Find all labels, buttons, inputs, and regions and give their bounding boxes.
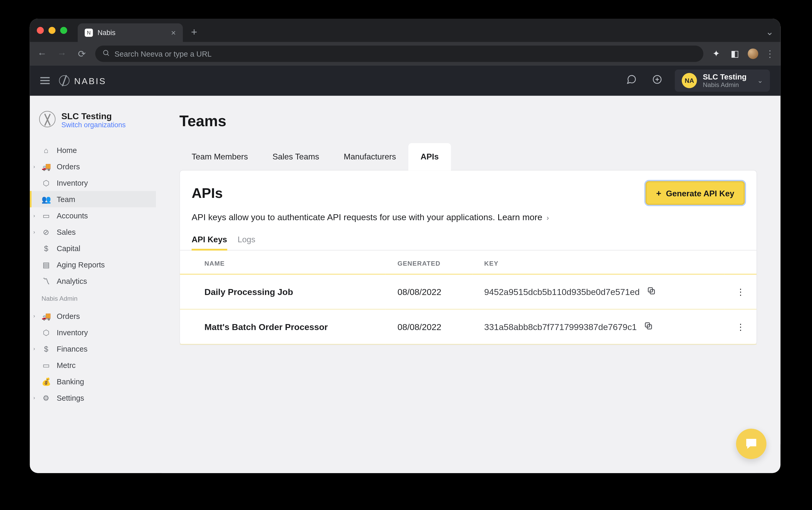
org-block: SLC Testing Switch organizations xyxy=(30,111,156,140)
side-panel-icon[interactable]: ◧ xyxy=(729,49,741,59)
tabs-overflow-icon[interactable]: ⌄ xyxy=(766,26,773,37)
page-tabs: Team MembersSales TeamsManufacturersAPIs xyxy=(179,143,757,170)
chevron-right-icon: › xyxy=(33,213,35,218)
omnibox[interactable]: Search Neeva or type a URL xyxy=(95,46,703,62)
nav-icon: ⬡ xyxy=(41,178,51,187)
nav-icon: $ xyxy=(41,344,51,353)
subtab-api-keys[interactable]: API Keys xyxy=(192,230,227,250)
nav-icon: 〽 xyxy=(41,276,51,286)
sidebar: SLC Testing Switch organizations ⌂Home›🚚… xyxy=(30,96,156,473)
row-menu-button[interactable]: ⋮ xyxy=(724,309,757,344)
nav-icon: ⌂ xyxy=(41,146,51,154)
sidebar-item-accounts[interactable]: ›▭Accounts xyxy=(30,208,156,224)
window-minimize-icon[interactable] xyxy=(49,27,56,34)
nav-icon: ▭ xyxy=(41,361,51,369)
table-row: Matt's Batch Order Processor08/08/202233… xyxy=(180,309,757,344)
nav-label: Sales xyxy=(57,228,76,236)
browser-toolbar: ← → ⟳ Search Neeva or type a URL ✦ ◧ ⋮ xyxy=(30,42,781,65)
sidebar-item-team[interactable]: 👥Team xyxy=(30,191,156,208)
sidebar-item-inventory[interactable]: ⬡Inventory xyxy=(30,324,156,340)
nav-label: Metrc xyxy=(57,361,76,369)
sidebar-item-capital[interactable]: $Capital xyxy=(30,240,156,257)
chevron-right-icon: › xyxy=(33,313,35,319)
omnibox-placeholder: Search Neeva or type a URL xyxy=(115,49,212,58)
browser-menu-icon[interactable]: ⋮ xyxy=(765,48,775,59)
brand-logo[interactable]: NABIS xyxy=(59,75,106,86)
sidebar-item-settings[interactable]: ›⚙Settings xyxy=(30,390,156,406)
cell-key: 331a58abb8cb7f7717999387de7679c1 xyxy=(472,309,724,344)
sidebar-item-home[interactable]: ⌂Home xyxy=(30,142,156,158)
chevron-right-icon: › xyxy=(33,229,35,235)
tab-apis[interactable]: APIs xyxy=(408,143,451,171)
row-menu-button[interactable]: ⋮ xyxy=(724,274,757,309)
nav-icon: ⊘ xyxy=(41,228,51,236)
generate-button-label: Generate API Key xyxy=(666,188,734,198)
nav-label: Orders xyxy=(57,311,80,321)
tab-close-icon[interactable]: × xyxy=(171,28,176,37)
nav-label: Orders xyxy=(57,162,80,171)
browser-tab[interactable]: N Nabis × xyxy=(78,23,183,42)
chevron-right-icon: › xyxy=(33,346,35,352)
extensions-icon[interactable]: ✦ xyxy=(710,49,722,59)
sidebar-item-banking[interactable]: 💰Banking xyxy=(30,373,156,390)
sidebar-item-sales[interactable]: ›⊘Sales xyxy=(30,224,156,240)
sidebar-item-orders[interactable]: ›🚚Orders xyxy=(30,308,156,324)
chevron-right-icon: › xyxy=(33,163,35,169)
panel-description-row: API keys allow you to authenticate API r… xyxy=(180,210,757,230)
account-switcher[interactable]: NA SLC Testing Nabis Admin ⌄ xyxy=(675,69,770,92)
nav-label: Team xyxy=(57,195,75,204)
browser-tabstrip: N Nabis × + ⌄ xyxy=(30,19,781,42)
panel-subtabs: API KeysLogs xyxy=(180,230,757,250)
browser-window: N Nabis × + ⌄ ← → ⟳ Search Neeva or type… xyxy=(30,19,781,473)
cell-key: 9452a9515dcb5b110d935be0d7e571ed xyxy=(472,274,724,309)
table-row: Daily Processing Job08/08/20229452a9515d… xyxy=(180,274,757,309)
plus-icon: + xyxy=(656,188,661,198)
generate-api-key-button[interactable]: + Generate API Key xyxy=(646,181,745,205)
chevron-down-icon: ⌄ xyxy=(757,77,763,85)
subtab-logs[interactable]: Logs xyxy=(238,230,255,250)
tab-team-members[interactable]: Team Members xyxy=(179,143,260,170)
menu-toggle-button[interactable] xyxy=(40,77,50,84)
nav-label: Home xyxy=(57,146,77,154)
svg-point-0 xyxy=(104,50,108,55)
sidebar-item-inventory[interactable]: ⬡Inventory xyxy=(30,175,156,191)
cell-name: Daily Processing Job xyxy=(180,274,386,309)
page-title: Teams xyxy=(179,112,757,130)
tab-manufacturers[interactable]: Manufacturers xyxy=(331,143,408,170)
nav-forward-button[interactable]: → xyxy=(56,49,68,59)
tab-sales-teams[interactable]: Sales Teams xyxy=(260,143,331,170)
nav-reload-button[interactable]: ⟳ xyxy=(75,48,88,59)
window-close-icon[interactable] xyxy=(37,27,44,34)
copy-icon[interactable] xyxy=(647,286,656,297)
window-controls[interactable] xyxy=(37,27,67,34)
learn-more-link[interactable]: Learn more › xyxy=(497,212,549,222)
account-role: Nabis Admin xyxy=(703,81,747,88)
profile-avatar-icon[interactable] xyxy=(748,49,758,59)
cell-generated: 08/08/2022 xyxy=(386,309,472,344)
sidebar-item-orders[interactable]: ›🚚Orders xyxy=(30,158,156,175)
svg-line-1 xyxy=(108,55,109,56)
nav-icon: ⬡ xyxy=(41,328,51,337)
api-keys-table: NAME GENERATED KEY Daily Processing Job0… xyxy=(180,250,757,344)
nav-icon: ⚙ xyxy=(41,393,51,402)
switch-org-link[interactable]: Switch organizations xyxy=(61,121,126,129)
chevron-right-icon: › xyxy=(545,214,549,222)
add-icon[interactable] xyxy=(649,74,666,87)
nav-back-button[interactable]: ← xyxy=(36,49,48,59)
col-key: KEY xyxy=(472,250,724,274)
sidebar-item-finances[interactable]: ›$Finances xyxy=(30,340,156,357)
sidebar-item-metrc[interactable]: ▭Metrc xyxy=(30,357,156,373)
chat-icon[interactable] xyxy=(624,74,640,87)
tab-favicon-icon: N xyxy=(85,29,93,37)
support-chat-button[interactable] xyxy=(736,429,766,459)
window-zoom-icon[interactable] xyxy=(60,27,67,34)
sidebar-item-aging-reports[interactable]: ▤Aging Reports xyxy=(30,257,156,273)
nav-label: Inventory xyxy=(57,328,88,337)
nav-label: Accounts xyxy=(57,211,88,220)
copy-icon[interactable] xyxy=(644,321,653,332)
sidebar-item-analytics[interactable]: 〽Analytics xyxy=(30,273,156,289)
nav-label: Capital xyxy=(57,244,80,253)
new-tab-button[interactable]: + xyxy=(191,26,197,38)
nav-label: Aging Reports xyxy=(57,260,105,269)
nav-label: Banking xyxy=(57,377,84,386)
